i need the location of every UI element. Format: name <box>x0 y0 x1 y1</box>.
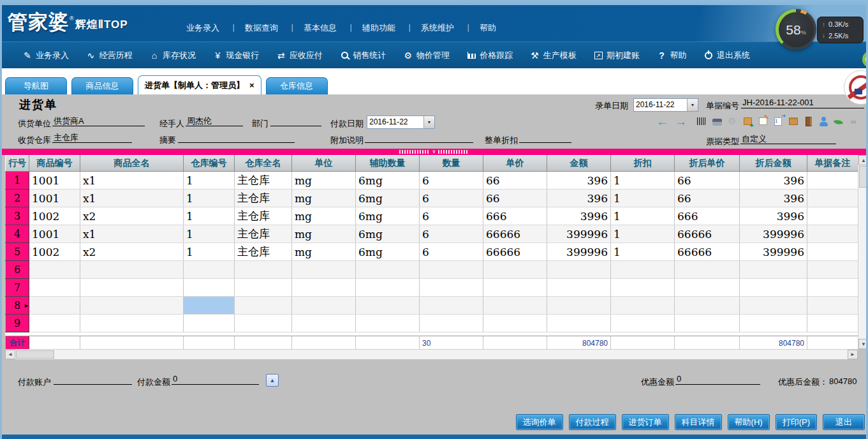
cell[interactable]: 6 <box>420 207 483 225</box>
cell[interactable] <box>547 297 611 315</box>
cell[interactable]: 396 <box>547 172 611 190</box>
tab-warehouse-info[interactable]: 仓库信息 <box>266 77 328 94</box>
cell[interactable]: 6 <box>420 225 483 243</box>
add-goods-icon[interactable] <box>742 116 753 126</box>
table-row[interactable]: 7 <box>6 279 858 297</box>
chevron-down-icon[interactable]: ▼ <box>423 116 434 128</box>
toolbar-sales-statistics[interactable]: 销售统计 <box>340 50 386 61</box>
toolbar-help[interactable]: ?帮助 <box>658 50 687 61</box>
department-field[interactable] <box>270 115 321 126</box>
toolbar-exit-system[interactable]: 退出系统 <box>704 50 750 61</box>
cell[interactable]: mg <box>292 243 356 261</box>
exit-button[interactable]: 退出 <box>823 415 864 429</box>
cell[interactable] <box>356 297 420 315</box>
cell[interactable]: 6mg <box>356 172 420 190</box>
cell[interactable] <box>356 315 420 332</box>
cell[interactable] <box>547 315 611 332</box>
tab-navigation-map[interactable]: 导航图 <box>5 77 67 94</box>
col-product-code[interactable]: 商品编号 <box>29 156 80 172</box>
cell[interactable]: 1001 <box>29 172 80 190</box>
col-aux-qty[interactable]: 辅助数量 <box>356 156 420 172</box>
cell[interactable] <box>292 279 356 297</box>
cell[interactable] <box>807 207 858 225</box>
cell[interactable] <box>80 261 184 279</box>
cell[interactable] <box>483 315 547 332</box>
cell[interactable]: 6mg <box>356 243 420 261</box>
cell[interactable] <box>611 297 675 315</box>
doc-no-field[interactable]: JH-2016-11-22-001 <box>741 98 864 108</box>
cell[interactable]: 66666 <box>483 225 547 243</box>
vertical-scrollbar[interactable]: ▲ ▼ <box>858 155 868 349</box>
payment-process-button[interactable]: 付款过程 <box>570 415 615 429</box>
cell[interactable] <box>807 279 858 297</box>
chevron-down-icon[interactable]: ▼ <box>687 99 698 111</box>
cell[interactable] <box>611 315 675 332</box>
cell[interactable] <box>483 261 547 279</box>
cell[interactable] <box>807 261 858 279</box>
record-date-select[interactable]: 2016-11-22 ▼ <box>633 98 698 112</box>
table-row[interactable]: 9 <box>6 315 858 332</box>
cell[interactable]: 66666 <box>675 225 740 243</box>
cell[interactable]: 1 <box>184 225 235 243</box>
cell[interactable] <box>807 315 858 332</box>
cell[interactable] <box>80 297 184 315</box>
cell[interactable]: 1 <box>184 243 235 261</box>
table-row[interactable]: 8► <box>6 297 858 315</box>
cell[interactable]: x1 <box>80 225 184 243</box>
scroll-down-icon[interactable]: ▼ <box>858 339 868 349</box>
cell[interactable]: 6 <box>420 243 483 261</box>
cell[interactable] <box>483 279 547 297</box>
cell[interactable] <box>807 225 858 243</box>
cell[interactable] <box>184 315 235 332</box>
cell[interactable] <box>184 279 235 297</box>
cell[interactable]: 6mg <box>356 207 420 225</box>
cell[interactable]: 66666 <box>483 243 547 261</box>
handler-field[interactable]: 周杰伦 <box>186 115 243 126</box>
cell[interactable] <box>420 261 483 279</box>
cell[interactable]: mg <box>292 225 356 243</box>
cell[interactable]: mg <box>292 190 356 207</box>
cell[interactable] <box>807 243 858 261</box>
col-disc-price[interactable]: 折后单价 <box>675 156 740 172</box>
scroll-up-icon[interactable]: ▲ <box>858 155 868 165</box>
cell[interactable] <box>483 297 547 315</box>
cell[interactable]: 6mg <box>356 190 420 207</box>
cell[interactable] <box>420 297 483 315</box>
cell[interactable]: x2 <box>80 243 184 261</box>
cell[interactable]: 主仓库 <box>235 207 292 225</box>
edit-note-icon[interactable] <box>758 116 768 126</box>
cell[interactable] <box>235 261 292 279</box>
memory-usage-gauge[interactable]: 58% <box>776 9 816 50</box>
cell[interactable]: 1001 <box>29 190 80 207</box>
cell[interactable]: 主仓库 <box>235 172 292 190</box>
hscroll-thumb[interactable] <box>16 350 54 359</box>
cell[interactable]: 399996 <box>740 243 807 261</box>
toolbar-production-template[interactable]: ⚒生产模板 <box>531 50 577 61</box>
cell[interactable]: 399996 <box>547 243 611 261</box>
table-row[interactable]: 1 1001 x1 1 主仓库 mg 6mg 6 66 396 1 66 396 <box>6 172 858 190</box>
col-unit-price[interactable]: 单价 <box>483 156 547 172</box>
toolbar-price-management[interactable]: ⚙物价管理 <box>404 50 450 61</box>
scroll-right-icon[interactable]: ► <box>848 350 858 359</box>
cell[interactable] <box>29 315 80 332</box>
cell[interactable]: 1001 <box>29 225 80 243</box>
purchase-order-button[interactable]: 进货订单 <box>622 415 668 429</box>
table-row[interactable]: 3 1002 x2 1 主仓库 mg 6mg 6 666 3996 1 666 … <box>6 207 858 225</box>
cell[interactable] <box>292 261 356 279</box>
cell[interactable]: x1 <box>80 172 184 190</box>
print-button[interactable]: 打印(P) <box>776 415 816 429</box>
vscroll-thumb[interactable] <box>859 166 868 188</box>
cell[interactable]: 1 <box>611 225 675 243</box>
cell[interactable] <box>292 297 356 315</box>
cell[interactable]: 66 <box>675 190 740 207</box>
col-warehouse-name[interactable]: 仓库全名 <box>235 156 292 172</box>
cell[interactable] <box>235 315 292 332</box>
menu-basic-info[interactable]: 基本信息 <box>291 22 349 34</box>
cell[interactable] <box>807 190 858 207</box>
cell[interactable] <box>184 261 235 279</box>
cell[interactable]: mg <box>292 172 356 190</box>
table-row[interactable]: 6 <box>6 261 858 279</box>
cell[interactable]: 1 <box>611 243 675 261</box>
row-number[interactable]: 4 <box>6 225 29 243</box>
cell[interactable] <box>29 297 80 315</box>
